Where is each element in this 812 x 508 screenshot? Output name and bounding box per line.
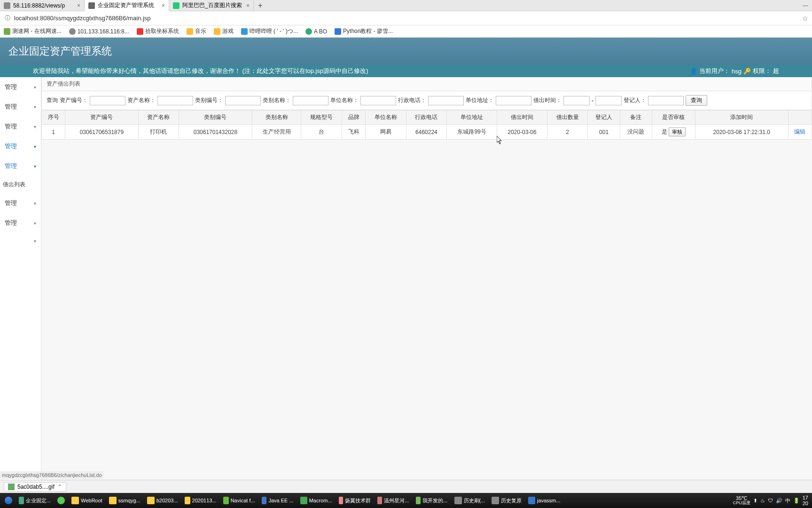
bookmark-item[interactable]: 拾取坐标系统 [137,27,179,35]
cell-note: 没问题 [620,125,652,140]
th-date: 借出时间 [497,111,547,125]
temperature-widget[interactable]: 35℃ CPU温度 [733,495,750,506]
taskbar-app[interactable]: Macrom... [297,496,335,505]
label-asset-name: 资产名称： [127,96,156,104]
file-icon [8,484,15,490]
minimize-icon[interactable]: — [799,2,812,9]
tray-icon[interactable]: ♨ [760,498,765,504]
th-asset-name: 资产名称 [138,111,179,125]
search-prefix: 查询 [47,96,58,104]
chevron-down-icon: ▾ [34,221,36,226]
bookmark-icon [241,28,248,35]
info-icon[interactable]: ⓘ [4,15,11,22]
taskbar-app[interactable]: 我开发的... [413,496,451,505]
taskbar-app[interactable] [55,496,68,505]
sidebar-item-3[interactable]: 管理▾ [0,136,41,156]
tray-ime[interactable]: 中 [785,497,790,504]
th-addr: 单位地址 [447,111,497,125]
taskbar-app[interactable]: 扬翼技术群 [336,496,374,505]
input-addr[interactable] [496,96,531,105]
app-icon [416,497,421,504]
query-button[interactable]: 查询 [686,95,707,106]
tray-icon[interactable]: 🔊 [776,498,782,504]
table-header-row: 序号 资产编号 资产名称 类别编号 类别名称 规格型号 品牌 单位名称 行政电话… [42,111,812,125]
taskbar-app[interactable]: 历史复原 [489,496,524,505]
label-phone: 行政电话： [398,96,426,104]
cell-spec: 台 [301,125,342,140]
sidebar-item-4[interactable]: 管理▾ [0,156,41,176]
input-cat-no[interactable] [225,96,261,105]
taskbar-app[interactable]: 企业固定... [16,496,54,505]
sidebar-item-1[interactable]: 管理▾ [0,97,41,117]
tray-icon[interactable]: 🔋 [793,498,800,504]
sidebar-item-0[interactable]: 管理▾ [0,77,41,97]
cell-date: 2020-03-06 [497,125,547,140]
edit-link[interactable]: 编辑 [794,128,805,135]
taskbar-app[interactable]: javassm... [525,496,563,505]
sidebar-subitem-lendlist[interactable]: 借出列表 [0,176,41,193]
sidebar-item-7[interactable]: ▾ [0,233,41,249]
taskbar-app[interactable]: ssmqyg... [106,496,143,505]
cell-reg: 001 [588,125,620,140]
taskbar-app[interactable]: 历史刷(... [452,496,488,505]
input-cat-name[interactable] [293,96,328,105]
bookmark-item[interactable]: 101.133.168.116:8... [69,28,129,35]
clock[interactable]: 17 20 [803,495,808,506]
th-note: 备注 [620,111,652,125]
th-cat-name: 类别名称 [252,111,301,125]
cell-phone: 6460224 [406,125,447,140]
bookmark-item[interactable]: 音乐 [187,27,206,35]
url-display[interactable]: localhost:8080/ssmqygdzcglxthsg7686B6/ma… [14,15,799,22]
th-qty: 借出数量 [547,111,588,125]
input-phone[interactable] [428,96,464,105]
bookmark-icon [4,28,10,35]
close-icon[interactable]: × [162,2,165,9]
th-cat-no: 类别编号 [179,111,252,125]
input-lend-time-from[interactable] [563,96,590,105]
sidebar-item-2[interactable]: 管理▾ [0,117,41,136]
label-cat-no: 类别编号： [195,96,223,104]
tray-icon[interactable]: ⬆ [753,498,757,504]
new-tab-button[interactable]: + [254,1,267,10]
taskbar-app[interactable]: b20203... [144,496,181,505]
folder-icon [147,497,155,504]
close-icon[interactable]: × [246,2,250,9]
taskbar-app[interactable]: 温州星河... [375,496,412,505]
input-lend-time-to[interactable] [595,96,622,105]
bookmark-item[interactable]: 哔哩哔哩 ( ' - ' )つ... [241,27,298,35]
browser-tab-1[interactable]: 企业固定资产管理系统 × [85,0,169,11]
folder-icon [185,497,190,504]
chevron-up-icon[interactable]: ⌃ [57,484,62,490]
sidebar-item-5[interactable]: 管理▾ [0,193,41,213]
input-asset-name[interactable] [157,96,193,105]
taskbar-app[interactable]: Java EE ... [259,496,297,505]
bookmark-star-icon[interactable]: ☆ [802,15,808,22]
range-dash: - [592,97,593,104]
cell-addr: 东城路99号 [447,125,497,140]
start-button[interactable] [2,496,15,505]
sidebar-item-6[interactable]: 管理▾ [0,213,41,233]
tab-title: 58.116:8882/views/p [13,2,65,9]
taskbar: 企业固定... WebRoot ssmqyg... b20203... 2020… [0,493,812,508]
tray-icon[interactable]: 🛡 [768,498,773,503]
bookmark-item[interactable]: A BO [305,28,327,35]
chevron-down-icon: ▾ [34,144,36,149]
taskbar-app[interactable]: WebRoot [69,496,105,505]
bookmark-item[interactable]: 游戏 [214,27,234,35]
cell-unit: 网易 [366,125,406,140]
bookmark-item[interactable]: 测速网 - 在线网速... [4,27,62,35]
bookmark-item[interactable]: Python教程 - 廖雪... [335,27,393,35]
input-asset-no[interactable] [90,96,125,105]
browser-tab-0[interactable]: 58.116:8882/views/p × [0,0,85,11]
close-icon[interactable]: × [77,2,80,9]
browser-tab-2[interactable]: 阿里巴巴_百度图片搜索 × [169,0,254,11]
folder-icon [109,497,117,504]
taskbar-app[interactable]: 2020113... [182,496,219,505]
input-registrar[interactable] [648,96,684,105]
download-item[interactable]: 5ac0dab5....gif ⌃ [4,482,66,492]
input-unit-name[interactable] [360,96,396,105]
app-icon [57,497,65,504]
taskbar-app[interactable]: Navicat f... [220,496,258,505]
status-url: mqygdzcglxthsg7686B6/zichanjiechuList.do [0,471,104,479]
audit-button[interactable]: 审核 [669,127,686,136]
